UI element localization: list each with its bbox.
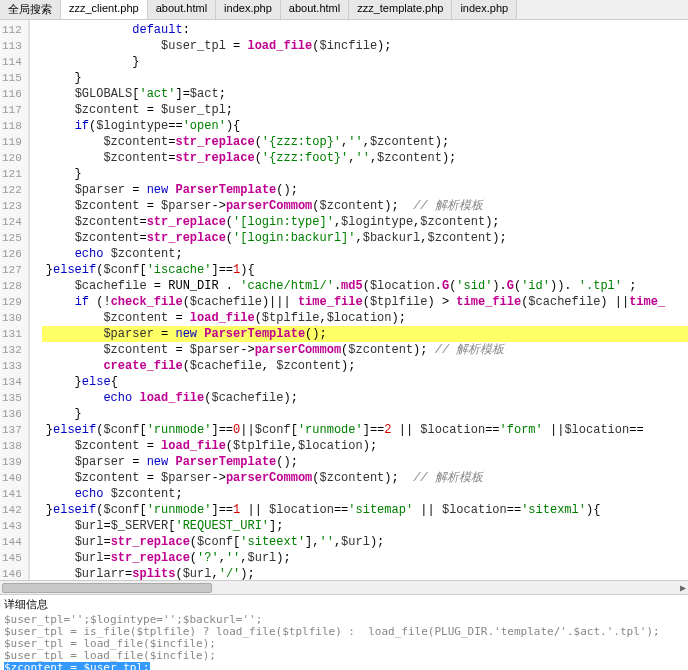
line-number: 133 [2, 358, 22, 374]
code-line[interactable]: $zcontent = $user_tpl; [46, 102, 688, 118]
code-line[interactable]: $cachefile = RUN_DIR . 'cache/html/'.md5… [46, 278, 688, 294]
line-number: 140 [2, 470, 22, 486]
line-number: 138 [2, 438, 22, 454]
line-number: 128 [2, 278, 22, 294]
code-line[interactable]: $user_tpl = load_file($incfile); [46, 38, 688, 54]
line-number: 120 [2, 150, 22, 166]
code-line[interactable]: } [46, 166, 688, 182]
line-number: 141 [2, 486, 22, 502]
details-panel: 详细信息 $user_tpl='';$logintype='';$backurl… [0, 594, 688, 670]
details-body: $user_tpl='';$logintype='';$backurl=''; … [4, 614, 684, 670]
line-number: 115 [2, 70, 22, 86]
line-number: 113 [2, 38, 22, 54]
horizontal-scrollbar[interactable]: ▶ [0, 580, 688, 594]
line-number: 146 [2, 566, 22, 580]
details-selected-line[interactable]: $zcontent = $user_tpl; [4, 662, 150, 670]
line-number: 137 [2, 422, 22, 438]
line-number: 135 [2, 390, 22, 406]
code-line[interactable]: default: [46, 22, 688, 38]
tab-zzz_client-php[interactable]: zzz_client.php [61, 0, 148, 19]
code-line[interactable]: if($logintype=='open'){ [46, 118, 688, 134]
line-number: 130 [2, 310, 22, 326]
code-line[interactable]: $parser = new ParserTemplate(); [42, 326, 688, 342]
code-line[interactable]: $parser = new ParserTemplate(); [46, 182, 688, 198]
tab-about-html[interactable]: about.html [148, 0, 216, 19]
scrollbar-thumb[interactable] [2, 583, 212, 593]
code-line[interactable]: $zcontent = load_file($tplfile,$location… [46, 438, 688, 454]
line-number: 117 [2, 102, 22, 118]
code-line[interactable]: } [46, 70, 688, 86]
code-line[interactable]: echo $zcontent; [46, 246, 688, 262]
code-line[interactable]: $url=str_replace($conf['siteext'],'',$ur… [46, 534, 688, 550]
line-number: 116 [2, 86, 22, 102]
line-number: 142 [2, 502, 22, 518]
tab-bar: 全局搜索zzz_client.phpabout.htmlindex.phpabo… [0, 0, 688, 20]
code-editor[interactable]: 1121131141151161171181191201211221231241… [0, 20, 688, 580]
line-number: 122 [2, 182, 22, 198]
tab-index-php[interactable]: index.php [216, 0, 281, 19]
fold-gutter [30, 20, 42, 580]
code-line[interactable]: $urlarr=splits($url,'/'); [46, 566, 688, 580]
line-number: 125 [2, 230, 22, 246]
line-number: 112 [2, 22, 22, 38]
line-number: 144 [2, 534, 22, 550]
scroll-right-arrow[interactable]: ▶ [680, 582, 686, 594]
code-line[interactable]: $zcontent=str_replace('[login:type]',$lo… [46, 214, 688, 230]
code-line[interactable]: $zcontent = $parser->parserCommom($zcont… [46, 198, 688, 214]
code-line[interactable]: $url=str_replace('?','',$url); [46, 550, 688, 566]
code-line[interactable]: }elseif($conf['runmode']==1 || $location… [46, 502, 688, 518]
code-line[interactable]: }else{ [46, 374, 688, 390]
line-number: 123 [2, 198, 22, 214]
code-line[interactable]: } [46, 54, 688, 70]
code-line[interactable]: $zcontent = $parser->parserCommom($zcont… [46, 342, 688, 358]
code-line[interactable]: $zcontent = $parser->parserCommom($zcont… [46, 470, 688, 486]
tab-about-html[interactable]: about.html [281, 0, 349, 19]
code-line[interactable]: $zcontent = load_file($tplfile,$location… [46, 310, 688, 326]
code-line[interactable]: create_file($cachefile, $zcontent); [46, 358, 688, 374]
code-line[interactable]: } [46, 406, 688, 422]
line-number: 143 [2, 518, 22, 534]
line-number-gutter: 1121131141151161171181191201211221231241… [0, 20, 30, 580]
line-number: 131 [2, 326, 22, 342]
line-number: 114 [2, 54, 22, 70]
line-number: 121 [2, 166, 22, 182]
code-line[interactable]: $zcontent=str_replace('{zzz:top}','',$zc… [46, 134, 688, 150]
code-line[interactable]: echo load_file($cachefile); [46, 390, 688, 406]
line-number: 134 [2, 374, 22, 390]
line-number: 124 [2, 214, 22, 230]
line-number: 132 [2, 342, 22, 358]
line-number: 126 [2, 246, 22, 262]
line-number: 127 [2, 262, 22, 278]
line-number: 119 [2, 134, 22, 150]
code-line[interactable]: if (!check_file($cachefile)||| time_file… [46, 294, 688, 310]
code-line[interactable]: $url=$_SERVER['REQUEST_URI']; [46, 518, 688, 534]
code-line[interactable]: echo $zcontent; [46, 486, 688, 502]
code-area[interactable]: default: $user_tpl = load_file($incfile)… [42, 20, 688, 580]
code-line[interactable]: $zcontent=str_replace('[login:backurl]',… [46, 230, 688, 246]
tab--[interactable]: 全局搜索 [0, 0, 61, 19]
line-number: 145 [2, 550, 22, 566]
code-line[interactable]: }elseif($conf['runmode']==0||$conf['runm… [46, 422, 688, 438]
code-line[interactable]: $parser = new ParserTemplate(); [46, 454, 688, 470]
line-number: 129 [2, 294, 22, 310]
details-title: 详细信息 [4, 597, 684, 612]
tab-index-php[interactable]: index.php [452, 0, 517, 19]
line-number: 118 [2, 118, 22, 134]
tab-zzz_template-php[interactable]: zzz_template.php [349, 0, 452, 19]
code-line[interactable]: $GLOBALS['act']=$act; [46, 86, 688, 102]
code-line[interactable]: $zcontent=str_replace('{zzz:foot}','',$z… [46, 150, 688, 166]
line-number: 139 [2, 454, 22, 470]
code-line[interactable]: }elseif($conf['iscache']==1){ [46, 262, 688, 278]
line-number: 136 [2, 406, 22, 422]
